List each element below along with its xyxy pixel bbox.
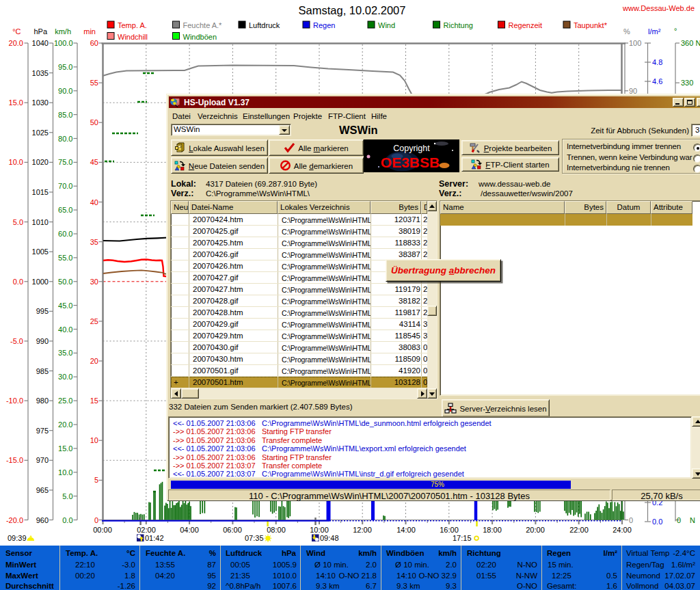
svg-text:35: 35 (90, 238, 98, 246)
svg-text:17:15: 17:15 (453, 534, 472, 542)
svg-text:15.0: 15.0 (9, 98, 23, 107)
svg-text:16:00: 16:00 (440, 526, 459, 534)
svg-text:Windböen: Windböen (183, 33, 217, 41)
svg-text:°: ° (674, 27, 677, 35)
svg-text:975: 975 (36, 427, 49, 435)
svg-text:25.0: 25.0 (58, 397, 72, 405)
svg-text:N: N (690, 516, 695, 524)
svg-text:08:00: 08:00 (267, 526, 286, 534)
svg-text:Richtung: Richtung (444, 21, 473, 29)
svg-text:02:00: 02:00 (137, 526, 156, 534)
svg-text:75.0: 75.0 (58, 158, 72, 166)
svg-text:hPa: hPa (33, 27, 47, 36)
svg-text:18:00: 18:00 (483, 526, 502, 534)
svg-text:09:39: 09:39 (8, 534, 27, 542)
svg-text:Wind: Wind (378, 21, 395, 29)
svg-text:km/h: km/h (55, 27, 71, 36)
svg-text:0: 0 (677, 516, 681, 524)
svg-text:20.0: 20.0 (58, 420, 72, 429)
svg-text:970: 970 (36, 456, 49, 464)
svg-text:100.0: 100.0 (54, 39, 73, 47)
svg-text:-5.0: -5.0 (10, 337, 23, 345)
svg-text:Samstag, 10.02.2007: Samstag, 10.02.2007 (299, 4, 406, 16)
svg-text:Temp. A.: Temp. A. (118, 21, 147, 29)
svg-text:Regenzeit: Regenzeit (509, 21, 543, 29)
svg-text:Taupunkt*: Taupunkt* (574, 21, 608, 29)
svg-text:30: 30 (90, 278, 98, 286)
svg-text:12:00: 12:00 (353, 526, 372, 534)
svg-text:1020: 1020 (32, 158, 49, 166)
svg-text:20.0: 20.0 (9, 39, 23, 47)
svg-text:65.0: 65.0 (58, 206, 72, 214)
svg-text:20:00: 20:00 (526, 526, 545, 534)
svg-text:960: 960 (36, 516, 49, 524)
svg-text:0: 0 (94, 516, 98, 524)
svg-text:l/m²: l/m² (648, 27, 661, 36)
svg-text:0.0: 0.0 (62, 516, 72, 524)
svg-text:50.0: 50.0 (58, 278, 72, 286)
svg-text:5.0: 5.0 (13, 218, 23, 226)
svg-text:°C: °C (12, 27, 21, 36)
svg-text:1000: 1000 (32, 278, 49, 286)
svg-text:30.0: 30.0 (58, 373, 72, 381)
svg-text:1010: 1010 (32, 218, 49, 226)
svg-text:45: 45 (90, 158, 98, 166)
svg-text:www.Dessau-Web.de: www.Dessau-Web.de (622, 4, 695, 12)
svg-text:07:35: 07:35 (245, 534, 264, 542)
svg-text:60.0: 60.0 (58, 230, 72, 238)
svg-text:%: % (623, 27, 630, 36)
svg-text:OE3BSB: OE3BSB (381, 155, 440, 170)
svg-text:5: 5 (94, 476, 98, 484)
svg-text:Windchill: Windchill (118, 33, 148, 41)
svg-text:85.0: 85.0 (58, 111, 72, 119)
svg-text:1040: 1040 (32, 39, 49, 47)
svg-text:04:00: 04:00 (180, 526, 199, 534)
svg-text:24:00: 24:00 (612, 526, 632, 534)
svg-text:1025: 1025 (32, 129, 49, 137)
svg-text:55.0: 55.0 (58, 254, 72, 262)
svg-text:0.0: 0.0 (13, 278, 23, 286)
svg-text:50: 50 (90, 118, 98, 126)
svg-text:990: 990 (36, 337, 49, 345)
svg-text:10: 10 (90, 436, 98, 444)
svg-text:80.0: 80.0 (58, 135, 72, 143)
svg-text:06:00: 06:00 (223, 526, 242, 534)
svg-text:22:00: 22:00 (569, 526, 589, 534)
svg-text:95.0: 95.0 (58, 63, 72, 71)
svg-text:Feuchte A.*: Feuchte A.* (183, 21, 223, 29)
svg-text:70.0: 70.0 (58, 182, 72, 190)
svg-text:995: 995 (36, 307, 49, 315)
svg-text:4.6: 4.6 (652, 77, 662, 85)
svg-text:985: 985 (36, 367, 49, 375)
svg-text:330: 330 (681, 79, 693, 87)
svg-text:01:42: 01:42 (145, 534, 164, 542)
svg-text:15.0: 15.0 (58, 444, 72, 453)
svg-text:Regen: Regen (313, 21, 335, 29)
svg-text:min: min (83, 27, 96, 36)
svg-text:35.0: 35.0 (58, 349, 72, 357)
svg-text:15: 15 (90, 397, 98, 405)
svg-text:10.0: 10.0 (9, 158, 23, 166)
svg-text:10:00: 10:00 (310, 526, 329, 534)
svg-text:55: 55 (90, 79, 98, 87)
svg-text:25: 25 (90, 317, 98, 325)
svg-text:965: 965 (36, 486, 49, 494)
svg-text:-15.0: -15.0 (6, 456, 23, 464)
svg-text:5.0: 5.0 (62, 492, 72, 500)
svg-text:00:00: 00:00 (93, 526, 112, 534)
svg-text:14:00: 14:00 (396, 526, 416, 534)
svg-text:40.0: 40.0 (58, 325, 72, 334)
svg-text:100: 100 (629, 39, 641, 47)
svg-text:1015: 1015 (32, 188, 49, 196)
svg-text:Luftdruck: Luftdruck (249, 21, 280, 29)
svg-text:Copyright: Copyright (393, 144, 430, 153)
svg-text:60: 60 (90, 39, 98, 47)
svg-text:1035: 1035 (32, 69, 49, 77)
svg-text:-10.0: -10.0 (6, 397, 23, 405)
svg-text:20: 20 (90, 357, 98, 365)
svg-text:4.8: 4.8 (652, 58, 662, 66)
svg-text:1030: 1030 (32, 98, 49, 107)
svg-text:09:48: 09:48 (320, 534, 339, 542)
svg-text:1005: 1005 (32, 247, 49, 256)
svg-text:45.0: 45.0 (58, 301, 72, 310)
